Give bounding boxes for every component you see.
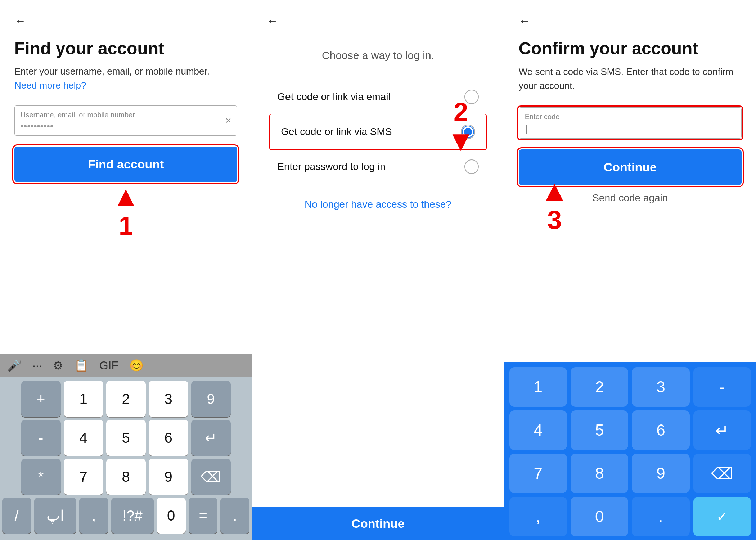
key-comma[interactable]: , <box>79 498 108 534</box>
num-key-row-2: 4 5 6 ↵ <box>509 410 751 450</box>
panel2-continue-area: Continue <box>252 507 504 540</box>
key-4[interactable]: 4 <box>64 420 103 456</box>
find-account-button[interactable]: Find account <box>14 147 237 182</box>
key-row-3: * 7 8 9 ⌫ <box>2 459 249 495</box>
need-more-help-link[interactable]: Need more help? <box>14 80 86 91</box>
annotation-number-3: 3 <box>547 205 562 235</box>
num-key-8[interactable]: 8 <box>571 454 628 493</box>
page-title-3: Confirm your account <box>519 39 742 58</box>
num-key-9[interactable]: 9 <box>632 454 689 493</box>
num-key-check[interactable]: ✓ <box>693 497 751 536</box>
choose-way-title: Choose a way to log in. <box>266 49 489 62</box>
annotation-number-2: 2 <box>454 97 468 127</box>
arrow-up-3: ▲ <box>540 176 569 205</box>
code-input-wrapper[interactable]: Enter code | <box>519 107 742 139</box>
more-icon[interactable]: ··· <box>32 359 42 372</box>
annotation-number-1: 1 <box>119 211 133 240</box>
key-dot[interactable]: . <box>220 498 249 534</box>
key-enter[interactable]: ↵ <box>191 420 231 456</box>
option-email-label: Get code or link via email <box>277 91 390 103</box>
key-9b[interactable]: 9 <box>149 459 188 495</box>
key-lang[interactable]: اپ <box>34 498 77 534</box>
key-5[interactable]: 5 <box>106 420 146 456</box>
key-1[interactable]: 1 <box>64 381 103 417</box>
option-sms-label: Get code or link via SMS <box>281 126 392 138</box>
num-key-row-4: , 0 . ✓ <box>509 497 751 536</box>
numeric-keyboard: 1 2 3 - 4 5 6 ↵ 7 8 9 ⌫ , 0 . ✓ <box>504 362 756 540</box>
panel-confirm-account: ← Confirm your account We sent a code vi… <box>504 0 756 540</box>
panel-find-account: ← Find your account Enter your username,… <box>0 0 252 540</box>
key-minus[interactable]: - <box>21 420 61 456</box>
page-title-1: Find your account <box>14 39 237 58</box>
code-input-label: Enter code <box>525 113 735 121</box>
num-key-6[interactable]: 6 <box>632 410 689 450</box>
num-key-enter[interactable]: ↵ <box>693 410 751 450</box>
num-key-row-3: 7 8 9 ⌫ <box>509 454 751 493</box>
key-2[interactable]: 2 <box>106 381 146 417</box>
clear-icon[interactable]: × <box>225 115 231 126</box>
arrow-down-2: ▼ <box>446 127 475 156</box>
num-key-minus[interactable]: - <box>693 367 751 407</box>
key-row-4: / اپ , !?# 0 = . <box>2 498 249 534</box>
num-key-3[interactable]: 3 <box>632 367 689 407</box>
key-3[interactable]: 3 <box>149 381 188 417</box>
emoji-icon[interactable]: 😊 <box>129 359 144 372</box>
key-symbols[interactable]: !?# <box>111 498 154 534</box>
gif-icon[interactable]: GIF <box>99 359 118 372</box>
confirm-subtitle: We sent a code via SMS. Enter that code … <box>519 65 742 93</box>
clipboard-icon[interactable]: 📋 <box>74 359 89 372</box>
subtitle-1: Enter your username, email, or mobile nu… <box>14 65 237 78</box>
key-backspace[interactable]: ⌫ <box>191 459 231 495</box>
num-key-backspace[interactable]: ⌫ <box>693 454 751 493</box>
key-row-1: + 1 2 3 9 <box>2 381 249 417</box>
find-account-annotation: Find account ▲ 1 <box>14 147 237 240</box>
input-value: •••••••••• <box>21 121 53 131</box>
key-slash[interactable]: / <box>2 498 31 534</box>
key-8[interactable]: 8 <box>106 459 146 495</box>
num-key-comma[interactable]: , <box>509 497 567 536</box>
keyboard-toolbar: 🎤 ··· ⚙ 📋 GIF 😊 <box>0 354 252 377</box>
key-star[interactable]: * <box>21 459 61 495</box>
num-key-2[interactable]: 2 <box>571 367 628 407</box>
num-key-row-1: 1 2 3 - <box>509 367 751 407</box>
keyboard-1: 🎤 ··· ⚙ 📋 GIF 😊 + 1 2 3 9 - 4 5 6 ↵ <box>0 354 252 540</box>
key-9[interactable]: 9 <box>191 381 231 417</box>
code-cursor: | <box>525 123 527 134</box>
key-equals[interactable]: = <box>189 498 218 534</box>
num-key-5[interactable]: 5 <box>571 410 628 450</box>
settings-icon[interactable]: ⚙ <box>53 359 63 372</box>
key-0[interactable]: 0 <box>157 498 186 534</box>
arrow-up-1: ▲ <box>112 182 140 211</box>
radio-password[interactable] <box>464 159 479 174</box>
option-password-label: Enter password to log in <box>277 161 385 172</box>
annotation-3: ▲ 3 <box>540 176 569 235</box>
back-arrow-3[interactable]: ← <box>519 14 742 28</box>
annotation-2: 2 ▼ <box>446 97 475 156</box>
back-arrow-1[interactable]: ← <box>14 14 237 28</box>
mic-icon[interactable]: 🎤 <box>7 359 22 372</box>
num-key-0[interactable]: 0 <box>571 497 628 536</box>
keyboard-rows: + 1 2 3 9 - 4 5 6 ↵ * 7 8 9 ⌫ / <box>0 377 252 540</box>
key-7[interactable]: 7 <box>64 459 103 495</box>
input-label: Username, email, or mobile number <box>21 111 231 119</box>
key-row-2: - 4 5 6 ↵ <box>2 420 249 456</box>
continue-btn-bottom[interactable]: Continue <box>351 517 404 531</box>
key-plus[interactable]: + <box>21 381 61 417</box>
num-key-dot[interactable]: . <box>632 497 689 536</box>
num-key-7[interactable]: 7 <box>509 454 567 493</box>
username-input-wrapper[interactable]: Username, email, or mobile number ••••••… <box>14 105 237 136</box>
key-6[interactable]: 6 <box>149 420 188 456</box>
back-arrow-2[interactable]: ← <box>266 14 489 28</box>
no-longer-link[interactable]: No longer have access to these? <box>266 199 489 210</box>
num-key-1[interactable]: 1 <box>509 367 567 407</box>
num-key-4[interactable]: 4 <box>509 410 567 450</box>
panel-choose-login: ← Choose a way to log in. Get code or li… <box>252 0 504 540</box>
